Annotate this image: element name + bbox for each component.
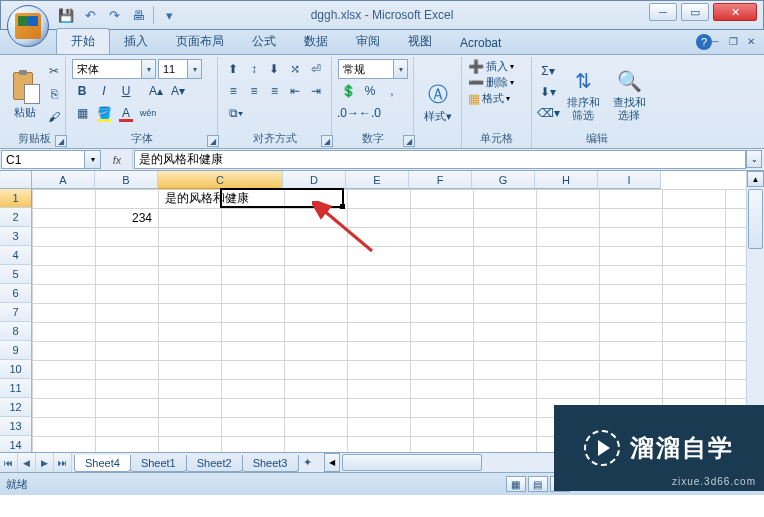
column-header-D[interactable]: D xyxy=(283,171,346,189)
fx-button[interactable]: fx xyxy=(108,151,126,169)
tab-acrobat[interactable]: Acrobat xyxy=(446,32,515,54)
insert-sheet-button[interactable]: ✦ xyxy=(298,453,318,472)
tab-review[interactable]: 审阅 xyxy=(342,29,394,54)
shrink-font-icon[interactable]: A▾ xyxy=(168,81,188,101)
copy-icon[interactable]: ⎘ xyxy=(44,84,64,104)
column-header-A[interactable]: A xyxy=(32,171,95,189)
column-header-I[interactable]: I xyxy=(598,171,661,189)
row-header-12[interactable]: 12 xyxy=(0,398,32,417)
mdi-restore[interactable]: ❐ xyxy=(726,34,740,48)
row-header-8[interactable]: 8 xyxy=(0,322,32,341)
office-button[interactable] xyxy=(7,5,49,47)
cut-icon[interactable]: ✂ xyxy=(44,61,64,81)
sort-filter-button[interactable]: ⇅ 排序和 筛选 xyxy=(562,59,604,130)
row-header-4[interactable]: 4 xyxy=(0,246,32,265)
format-painter-icon[interactable]: 🖌 xyxy=(44,107,64,127)
column-header-B[interactable]: B xyxy=(95,171,158,189)
mdi-close[interactable]: ✕ xyxy=(744,34,758,48)
view-page-layout-button[interactable]: ▤ xyxy=(528,476,548,492)
formula-bar[interactable]: 是的风格和健康 xyxy=(134,150,746,169)
number-format-combo[interactable]: 常规▾ xyxy=(338,59,408,79)
row-header-1[interactable]: 1 xyxy=(0,189,32,208)
accounting-format-icon[interactable]: 💲 xyxy=(338,81,358,101)
column-header-C[interactable]: C xyxy=(158,171,283,189)
tab-data[interactable]: 数据 xyxy=(290,29,342,54)
wrap-text-icon[interactable]: ⏎ xyxy=(306,59,325,79)
qat-customize-icon[interactable]: ▾ xyxy=(160,6,178,24)
row-header-11[interactable]: 11 xyxy=(0,379,32,398)
font-color-icon[interactable]: A xyxy=(116,103,136,123)
tab-formulas[interactable]: 公式 xyxy=(238,29,290,54)
sheet-tab-Sheet3[interactable]: Sheet3 xyxy=(242,455,299,472)
percent-format-icon[interactable]: % xyxy=(360,81,380,101)
tab-view[interactable]: 视图 xyxy=(394,29,446,54)
cell-B2[interactable]: 234 xyxy=(95,208,155,227)
sheet-tab-Sheet4[interactable]: Sheet4 xyxy=(74,455,131,472)
fill-icon[interactable]: ⬇▾ xyxy=(538,82,558,102)
view-normal-button[interactable]: ▦ xyxy=(506,476,526,492)
align-top-icon[interactable]: ⬆ xyxy=(224,59,243,79)
find-select-button[interactable]: 🔍 查找和 选择 xyxy=(608,59,650,130)
row-header-14[interactable]: 14 xyxy=(0,436,32,453)
sheet-nav-next[interactable]: ▶ xyxy=(36,453,54,472)
bold-button[interactable]: B xyxy=(72,81,92,101)
name-box[interactable]: C1▾ xyxy=(1,150,101,169)
row-header-5[interactable]: 5 xyxy=(0,265,32,284)
decrease-decimal-icon[interactable]: ←.0 xyxy=(360,103,380,123)
qat-print-icon[interactable]: 🖶 xyxy=(129,6,147,24)
decrease-indent-icon[interactable]: ⇤ xyxy=(286,81,305,101)
column-header-E[interactable]: E xyxy=(346,171,409,189)
mdi-minimize[interactable]: ─ xyxy=(708,34,722,48)
sheet-tab-Sheet2[interactable]: Sheet2 xyxy=(186,455,243,472)
chevron-down-icon[interactable]: ▾ xyxy=(141,60,155,78)
align-right-icon[interactable]: ≡ xyxy=(265,81,284,101)
row-header-3[interactable]: 3 xyxy=(0,227,32,246)
row-header-13[interactable]: 13 xyxy=(0,417,32,436)
increase-decimal-icon[interactable]: .0→ xyxy=(338,103,358,123)
delete-cells-button[interactable]: ➖删除▾ xyxy=(468,75,525,90)
tab-home[interactable]: 开始 xyxy=(56,28,110,54)
sheet-nav-last[interactable]: ⏭ xyxy=(54,453,72,472)
comma-format-icon[interactable]: , xyxy=(382,81,402,101)
paste-button[interactable]: 粘贴 xyxy=(10,59,40,130)
merge-center-button[interactable]: ⧉▾ xyxy=(224,103,248,123)
row-header-2[interactable]: 2 xyxy=(0,208,32,227)
phonetic-icon[interactable]: wén xyxy=(138,103,158,123)
column-header-H[interactable]: H xyxy=(535,171,598,189)
font-name-combo[interactable]: 宋体▾ xyxy=(72,59,156,79)
autosum-icon[interactable]: Σ▾ xyxy=(538,61,558,81)
scroll-up-button[interactable]: ▲ xyxy=(747,171,764,187)
italic-button[interactable]: I xyxy=(94,81,114,101)
styles-button[interactable]: Ⓐ 样式▾ xyxy=(420,59,455,145)
underline-button[interactable]: U xyxy=(116,81,136,101)
sheet-nav-prev[interactable]: ◀ xyxy=(18,453,36,472)
minimize-button[interactable]: ─ xyxy=(649,3,677,21)
sheet-nav-first[interactable]: ⏮ xyxy=(0,453,18,472)
align-center-icon[interactable]: ≡ xyxy=(245,81,264,101)
insert-cells-button[interactable]: ➕插入▾ xyxy=(468,59,525,74)
align-left-icon[interactable]: ≡ xyxy=(224,81,243,101)
select-all-corner[interactable] xyxy=(0,171,32,189)
row-header-10[interactable]: 10 xyxy=(0,360,32,379)
qat-save-icon[interactable]: 💾 xyxy=(57,6,75,24)
tab-page-layout[interactable]: 页面布局 xyxy=(162,29,238,54)
orientation-icon[interactable]: ⤭ xyxy=(286,59,305,79)
chevron-down-icon[interactable]: ▾ xyxy=(187,60,201,78)
row-header-6[interactable]: 6 xyxy=(0,284,32,303)
grow-font-icon[interactable]: A▴ xyxy=(146,81,166,101)
sheet-tab-Sheet1[interactable]: Sheet1 xyxy=(130,455,187,472)
increase-indent-icon[interactable]: ⇥ xyxy=(306,81,325,101)
font-size-combo[interactable]: 11▾ xyxy=(158,59,202,79)
column-header-F[interactable]: F xyxy=(409,171,472,189)
row-header-7[interactable]: 7 xyxy=(0,303,32,322)
chevron-down-icon[interactable]: ▾ xyxy=(84,151,100,168)
formula-bar-expand[interactable]: ⌄ xyxy=(746,150,762,168)
maximize-button[interactable]: ▭ xyxy=(681,3,709,21)
qat-redo-icon[interactable]: ↷ xyxy=(105,6,123,24)
column-header-G[interactable]: G xyxy=(472,171,535,189)
tab-insert[interactable]: 插入 xyxy=(110,29,162,54)
scroll-left-button[interactable]: ◀ xyxy=(324,453,340,472)
border-icon[interactable]: ▦ xyxy=(72,103,92,123)
align-bottom-icon[interactable]: ⬇ xyxy=(265,59,284,79)
chevron-down-icon[interactable]: ▾ xyxy=(393,60,407,78)
